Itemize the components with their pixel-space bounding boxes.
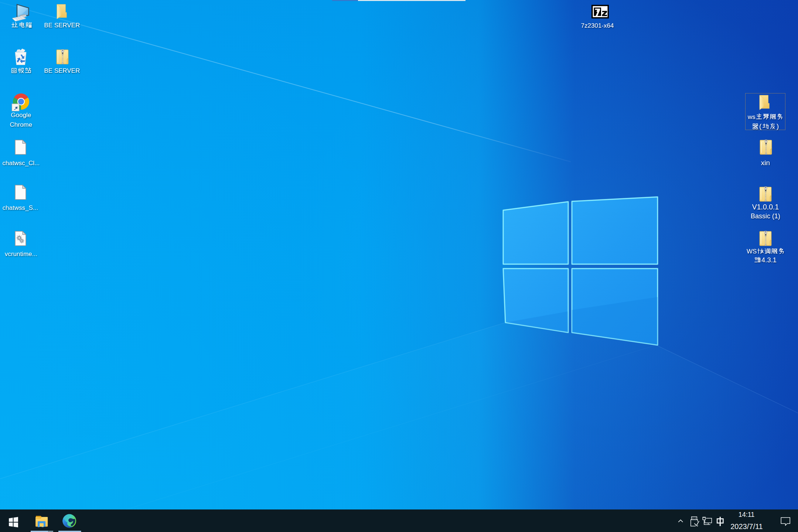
svg-text:xin: xin [761,159,770,167]
svg-text:4.3.1: 4.3.1 [761,256,777,264]
svg-text:vcruntime...: vcruntime... [5,250,37,258]
svg-text:14:11: 14:11 [739,511,755,518]
svg-text:chatwss_S...: chatwss_S... [3,204,38,211]
svg-text:BE SERVER: BE SERVER [44,67,80,74]
svg-text:V1.0.0.1: V1.0.0.1 [752,203,779,211]
svg-text:chatwsc_Cl...: chatwsc_Cl... [2,160,40,167]
svg-text:Chrome: Chrome [10,121,32,128]
svg-text:ws: ws [747,113,756,120]
svg-text:(: ( [759,122,762,130]
svg-text:): ) [777,122,779,130]
svg-text:BE SERVER: BE SERVER [44,22,80,29]
svg-text:Bassic (1): Bassic (1) [751,212,780,220]
svg-text:7z2301-x64: 7z2301-x64 [581,22,614,29]
svg-text:Google: Google [11,112,31,119]
svg-text:WS: WS [747,248,757,255]
svg-text:2023/7/11: 2023/7/11 [730,522,763,531]
